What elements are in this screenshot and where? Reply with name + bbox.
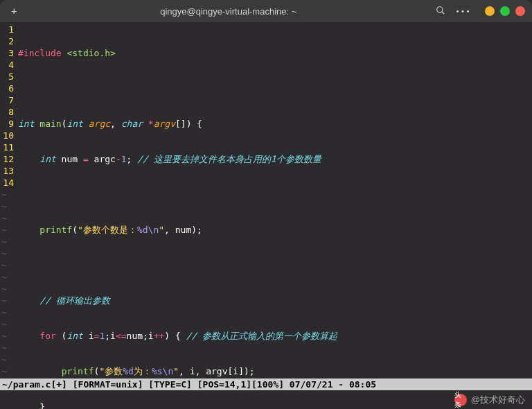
- code-line: // 循环输出参数: [18, 295, 532, 306]
- minimize-button[interactable]: [485, 6, 495, 16]
- status-date: 07/07/21 - 08:05: [284, 378, 376, 390]
- code-line: int main(int argc, char *argv[]) {: [18, 118, 532, 130]
- code-area[interactable]: #include <stdio.h> int main(int argc, ch…: [18, 22, 532, 378]
- status-pos: [POS=14,1]: [192, 378, 251, 390]
- window-controls: [485, 6, 525, 16]
- code-line: for (int i=1;i<=num;i++) { // 参数从正式输入的第一…: [18, 330, 532, 342]
- close-button[interactable]: [515, 6, 525, 16]
- menu-icon[interactable]: •••: [455, 7, 471, 16]
- svg-line-1: [442, 11, 445, 14]
- line-gutter: 1 2 3 4 5 6 7 8 9 10 11 12 13 14 ~~~~~~~…: [0, 22, 18, 378]
- watermark: 头条 @技术好奇心: [454, 394, 525, 406]
- code-line: printf("参数%d为：%s\n", i, argv[i]);: [18, 365, 532, 377]
- status-format: [FORMAT=unix]: [67, 378, 143, 390]
- code-line: #include <stdio.h>: [18, 47, 532, 59]
- code-line: printf("参数个数是：%d\n", num);: [18, 224, 532, 236]
- window-title: qingye@qingye-virtual-machine: ~: [21, 6, 436, 17]
- watermark-text: @技术好奇心: [471, 394, 525, 406]
- maximize-button[interactable]: [500, 6, 510, 16]
- search-icon[interactable]: [436, 6, 445, 17]
- watermark-logo-icon: 头条: [454, 394, 467, 406]
- editor[interactable]: 1 2 3 4 5 6 7 8 9 10 11 12 13 14 ~~~~~~~…: [0, 22, 532, 378]
- titlebar: + qingye@qingye-virtual-machine: ~ •••: [0, 0, 532, 22]
- status-line: ~/param.c[+] [FORMAT=unix] [TYPE=C] [POS…: [0, 378, 532, 390]
- status-type: [TYPE=C]: [143, 378, 192, 390]
- status-file: ~/param.c[+]: [2, 378, 67, 390]
- code-line: int num = argc-1; // 这里要去掉文件名本身占用的1个参数数量: [18, 153, 532, 165]
- svg-point-0: [437, 6, 443, 12]
- status-percent: [100%]: [251, 378, 284, 390]
- new-tab-icon[interactable]: +: [7, 4, 21, 18]
